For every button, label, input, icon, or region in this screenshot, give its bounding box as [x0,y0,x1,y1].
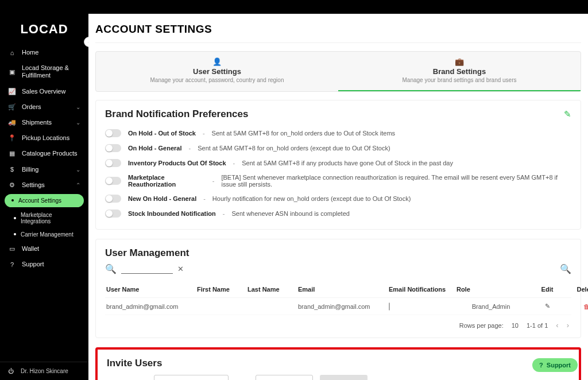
sidebar-item-home[interactable]: ⌂Home [0,45,88,60]
person-icon: 👤 [96,57,338,66]
gear-icon: ⚙ [8,181,16,189]
pref-name: Inventory Products Out Of Stock [128,160,226,166]
brand-logo: LOCAD [0,14,88,42]
prefs-title: Brand Notification Preferences [105,108,248,120]
briefcase-icon: 💼 [338,57,581,66]
invite-role-select[interactable] [256,375,313,380]
user-management-card: User Management 🔍 ✕ 🔍 User Name First Na… [95,239,581,338]
notif-checkbox[interactable] [389,303,390,311]
support-button[interactable]: ? Support [532,358,578,372]
invite-email-input[interactable] [154,375,229,380]
search-icon[interactable]: 🔍 [105,263,117,274]
prev-page-button[interactable]: ‹ [556,321,558,329]
tab-user-settings[interactable]: 👤 User Settings Manage your account, pas… [96,52,338,91]
truck-icon: 🚚 [8,119,16,126]
toggle-switch[interactable] [105,210,121,218]
sidebar: LOCAD ‹ ⌂Home ▣Locad Storage & Fulfillme… [0,14,88,380]
cell-role: Brand_Admin [457,303,525,310]
pref-name: On Hold - General [128,145,182,152]
cell-user: brand_admin@gmail.com [106,303,192,310]
invite-title: Invite Users [107,358,570,369]
dollar-icon: $ [8,166,16,173]
chevron-down-icon: ⌄ [76,166,80,173]
table-row: brand_admin@gmail.com brand_admin@gmail.… [105,298,571,315]
pref-name: Stock Inbounded Notification [128,210,216,217]
clear-icon[interactable]: ✕ [177,265,184,273]
pref-desc: Sent at 5AM GMT+8 for on_hold orders due… [212,130,395,137]
page-title: ACCOUNT SETTINGS [95,14,581,43]
tab-brand-settings[interactable]: 💼 Brand Settings Manage your brand setti… [338,52,581,91]
toggle-switch[interactable] [105,129,121,137]
toggle-switch[interactable] [105,195,121,203]
pref-row: On Hold - Out of Stock - Sent at 5AM GMT… [105,126,571,141]
help-icon: ? [8,261,16,268]
sidebar-item-shipments[interactable]: 🚚Shipments⌄ [0,115,88,130]
dot-icon [11,199,14,201]
next-page-button[interactable]: › [567,321,569,329]
sidebar-item-wallet[interactable]: ▭Wallet [0,241,88,257]
toggle-switch[interactable] [105,159,121,167]
pref-row: Inventory Products Out Of Stock - Sent a… [105,156,571,170]
pref-name: New On Hold - General [128,195,196,202]
pin-icon: 📍 [8,134,16,142]
invite-users-card: Invite Users Email Address Role Send Inv… [95,347,581,380]
pref-desc: [BETA] Sent whenever marketplace connect… [221,174,571,188]
pref-desc: Sent at 5AM GMT+8 if any products have g… [242,160,453,166]
sidebar-item-catalogue[interactable]: ▦Catalogue Products [0,146,88,161]
chevron-up-icon: ⌃ [76,182,80,188]
pref-row: On Hold - General - Sent at 5AM GMT+8 fo… [105,141,571,156]
notification-prefs-card: Brand Notification Preferences ✎ On Hold… [95,100,581,230]
pref-row: Stock Inbounded Notification - Sent when… [105,206,571,221]
dot-icon [14,217,16,219]
pref-desc: Sent at 5AM GMT+8 for on_hold orders (ex… [198,145,390,152]
toggle-switch[interactable] [105,177,121,185]
chevron-down-icon: ⌄ [76,119,80,126]
chevron-down-icon: ⌄ [76,104,80,110]
sidebar-footer: ⏻ Dr. Hizon Skincare [0,362,88,380]
edit-icon[interactable]: ✎ [530,303,564,310]
box-icon: ▣ [8,68,16,76]
settings-tabs: 👤 User Settings Manage your account, pas… [95,51,581,92]
sidebar-settings-sub: Account Settings Marketplace Integration… [0,194,88,241]
pref-name: Marketplace Reauthorization [128,174,206,188]
main-content: ACCOUNT SETTINGS 👤 User Settings Manage … [88,14,588,380]
pref-row: New On Hold - General - Hourly notificat… [105,191,571,206]
window-topbar [0,0,588,14]
pref-desc: Sent whenever ASN inbound is completed [231,210,349,217]
pref-desc: Hourly notification for new on_hold orde… [212,195,411,202]
cart-icon: 🛒 [8,103,16,111]
send-invite-button[interactable]: Send Invite [320,375,368,380]
delete-icon[interactable]: 🗑 [569,303,588,310]
um-search-row: 🔍 ✕ 🔍 [105,263,571,274]
help-icon: ? [539,362,543,369]
toggle-switch[interactable] [105,144,121,152]
footer-user: Dr. Hizon Skincare [21,368,68,374]
sidebar-item-sales[interactable]: 📈Sales Overview [0,84,88,99]
rows-per-page-select[interactable]: 10 [512,322,519,329]
table-pager: Rows per page: 10 1-1 of 1 ‹ › [105,315,571,329]
sidebar-item-billing[interactable]: $Billing⌄ [0,162,88,177]
um-table-header: User Name First Name Last Name Email Ema… [105,281,571,298]
edit-icon[interactable]: ✎ [564,109,571,119]
sidebar-item-settings[interactable]: ⚙Settings⌃ [0,177,88,193]
um-title: User Management [105,247,571,259]
wallet-icon: ▭ [8,245,16,253]
sidebar-nav: ⌂Home ▣Locad Storage & Fulfillment 📈Sale… [0,42,88,362]
search-icon[interactable]: 🔍 [560,263,571,274]
cell-email: brand_admin@gmail.com [298,303,384,310]
um-search-input[interactable] [121,264,173,274]
catalog-icon: ▦ [8,150,16,157]
sidebar-sub-account-settings[interactable]: Account Settings [5,194,84,207]
power-icon[interactable]: ⏻ [8,368,14,374]
home-icon: ⌂ [8,49,16,56]
dot-icon [14,233,16,235]
pref-row: Marketplace Reauthorization - [BETA] Sen… [105,170,571,191]
sidebar-item-storage[interactable]: ▣Locad Storage & Fulfillment [0,60,88,83]
chart-icon: 📈 [8,88,16,95]
sidebar-sub-marketplace[interactable]: Marketplace Integrations [0,208,88,228]
pref-name: On Hold - Out of Stock [128,130,196,137]
sidebar-item-orders[interactable]: 🛒Orders⌄ [0,99,88,115]
sidebar-sub-carrier[interactable]: Carrier Management [0,228,88,241]
sidebar-item-support[interactable]: ?Support [0,257,88,272]
sidebar-item-pickup[interactable]: 📍Pickup Locations [0,130,88,146]
